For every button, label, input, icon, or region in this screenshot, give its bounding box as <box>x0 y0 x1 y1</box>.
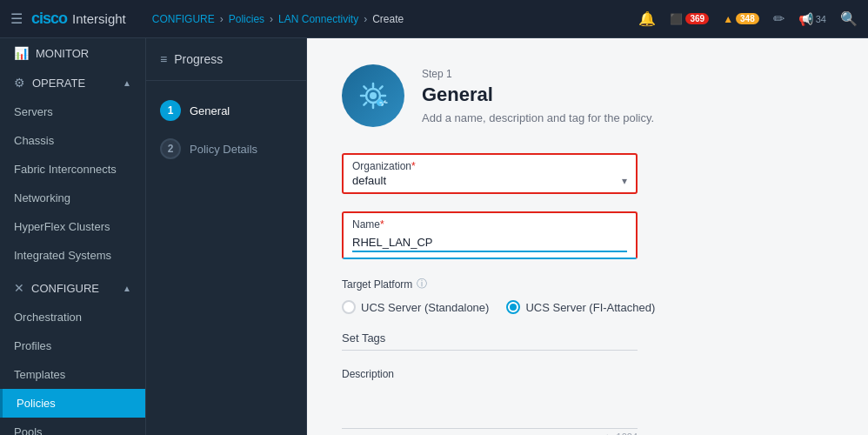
breadcrumb-sep1: › <box>220 13 224 25</box>
form-area: Step 1 General Add a name, description a… <box>307 38 868 435</box>
hamburger-menu-icon[interactable]: ☰ <box>10 10 23 27</box>
bell-icon[interactable]: 🔔 <box>638 10 656 27</box>
tags-label: Set Tags <box>342 331 833 345</box>
step1-circle: 1 <box>160 100 181 121</box>
announce-count: 34 <box>816 14 826 24</box>
step-icon-circle <box>342 64 404 127</box>
operate-chevron: ▲ <box>123 78 131 88</box>
error-icon: ⬛ <box>670 13 683 25</box>
sidebar-item-hyperflex[interactable]: HyperFlex Clusters <box>0 212 145 241</box>
radio-label-standalone: UCS Server (Standalone) <box>361 301 489 314</box>
name-value: RHEL_LAN_CP <box>352 236 627 252</box>
gear-settings-icon <box>356 78 391 113</box>
step-title: General <box>422 84 654 106</box>
name-box[interactable]: Name* RHEL_LAN_CP <box>342 211 638 259</box>
tags-divider <box>342 350 638 351</box>
sidebar-item-chassis[interactable]: Chassis <box>0 126 145 155</box>
integrated-label: Integrated Systems <box>14 249 111 262</box>
sidebar-item-integrated[interactable]: Integrated Systems <box>0 241 145 270</box>
operate-icon: ⚙ <box>14 76 25 90</box>
radio-label-fi: UCS Server (FI-Attached) <box>525 301 655 314</box>
radio-group: UCS Server (Standalone) UCS Server (FI-A… <box>342 300 833 314</box>
announce-badge: 📢 34 <box>798 12 826 26</box>
pools-label: Pools <box>14 425 43 435</box>
step1-number: 1 <box>168 104 174 117</box>
organization-box[interactable]: Organization* default ▾ <box>342 153 638 194</box>
chassis-label: Chassis <box>14 134 54 147</box>
desc-label: Description <box>342 368 833 380</box>
sidebar-item-pools[interactable]: Pools <box>0 418 145 435</box>
hyperflex-label: HyperFlex Clusters <box>14 220 110 233</box>
svg-point-1 <box>370 92 377 99</box>
step2-number: 2 <box>168 143 174 155</box>
step-header: Step 1 General Add a name, description a… <box>342 64 833 127</box>
name-required: * <box>380 218 384 231</box>
progress-title: Progress <box>174 52 223 66</box>
set-tags-section: Set Tags <box>342 331 833 351</box>
target-platform-section: Target Platform ⓘ UCS Server (Standalone… <box>342 277 833 314</box>
info-icon[interactable]: ⓘ <box>417 277 427 291</box>
warn-count: 348 <box>736 13 759 24</box>
servers-label: Servers <box>14 105 53 118</box>
progress-icon: ≡ <box>160 52 167 66</box>
char-count: <= 1024 <box>342 432 638 435</box>
networking-label: Networking <box>14 191 70 204</box>
breadcrumb-configure[interactable]: CONFIGURE <box>152 13 215 25</box>
configure-section[interactable]: ✕ CONFIGURE ▲ <box>0 273 145 303</box>
desc-input[interactable] <box>342 385 638 429</box>
error-badge: ⬛ 369 <box>670 13 709 25</box>
main-layout: 📊 MONITOR ⚙ OPERATE ▲ Servers Chassis Fa… <box>0 38 868 435</box>
search-icon[interactable]: 🔍 <box>840 10 858 27</box>
progress-step-2[interactable]: 2 Policy Details <box>146 130 306 168</box>
monitor-icon: 📊 <box>14 46 29 60</box>
configure-chevron: ▲ <box>123 284 131 293</box>
platform-label: Target Platform ⓘ <box>342 277 833 291</box>
profiles-label: Profiles <box>14 339 51 352</box>
sidebar-item-networking[interactable]: Networking <box>0 184 145 212</box>
org-dropdown-arrow[interactable]: ▾ <box>622 175 627 187</box>
progress-header: ≡ Progress <box>146 52 306 81</box>
configure-icon: ✕ <box>14 281 24 295</box>
radio-dot-fi <box>510 304 517 311</box>
breadcrumb: CONFIGURE › Policies › LAN Connectivity … <box>152 13 404 25</box>
sidebar-item-templates[interactable]: Templates <box>0 360 145 389</box>
topbar-left: ☰ cisco Intersight CONFIGURE › Policies … <box>10 10 404 28</box>
monitor-section[interactable]: 📊 MONITOR <box>0 38 145 68</box>
step-title-area: Step 1 General Add a name, description a… <box>422 64 654 124</box>
content-area: ≡ Progress 1 General 2 Policy Details <box>146 38 868 435</box>
radio-circle-standalone <box>342 300 356 314</box>
name-field: Name* RHEL_LAN_CP <box>342 211 833 259</box>
sidebar-item-fabric[interactable]: Fabric Interconnects <box>0 155 145 184</box>
step2-label: Policy Details <box>190 143 257 156</box>
step1-label: General <box>190 104 230 117</box>
step-desc: Add a name, description and tag for the … <box>422 111 654 124</box>
topbar-right: 🔔 ⬛ 369 ▲ 348 ✏ 📢 34 🔍 <box>638 10 858 27</box>
sidebar-item-servers[interactable]: Servers <box>0 97 145 126</box>
app-name: Intersight <box>72 11 126 26</box>
radio-standalone[interactable]: UCS Server (Standalone) <box>342 300 489 314</box>
progress-step-1[interactable]: 1 General <box>146 91 306 130</box>
operate-label: OPERATE <box>32 77 85 90</box>
sidebar-item-policies[interactable]: Policies <box>0 389 145 418</box>
sidebar: 📊 MONITOR ⚙ OPERATE ▲ Servers Chassis Fa… <box>0 38 146 435</box>
breadcrumb-policies[interactable]: Policies <box>229 13 264 25</box>
radio-circle-fi <box>506 300 520 314</box>
organization-value: default <box>352 174 386 187</box>
warn-icon: ▲ <box>723 13 733 25</box>
cisco-logo: cisco Intersight <box>31 10 126 28</box>
policies-label: Policies <box>17 397 56 410</box>
error-count: 369 <box>685 13 709 24</box>
sidebar-item-orchestration[interactable]: Orchestration <box>0 303 145 331</box>
organization-input-row: default ▾ <box>352 174 627 187</box>
cisco-logo-text: cisco <box>31 10 67 28</box>
step-number: Step 1 <box>422 68 654 80</box>
breadcrumb-lan[interactable]: LAN Connectivity <box>278 13 358 25</box>
radio-fi-attached[interactable]: UCS Server (FI-Attached) <box>506 300 655 314</box>
description-section: Description <= 1024 <box>342 368 833 435</box>
megaphone-icon[interactable]: 📢 <box>798 12 813 26</box>
monitor-label: MONITOR <box>36 47 89 60</box>
operate-section[interactable]: ⚙ OPERATE ▲ <box>0 68 145 97</box>
step2-circle: 2 <box>160 138 181 159</box>
sidebar-item-profiles[interactable]: Profiles <box>0 331 145 360</box>
edit-icon[interactable]: ✏ <box>773 10 785 27</box>
